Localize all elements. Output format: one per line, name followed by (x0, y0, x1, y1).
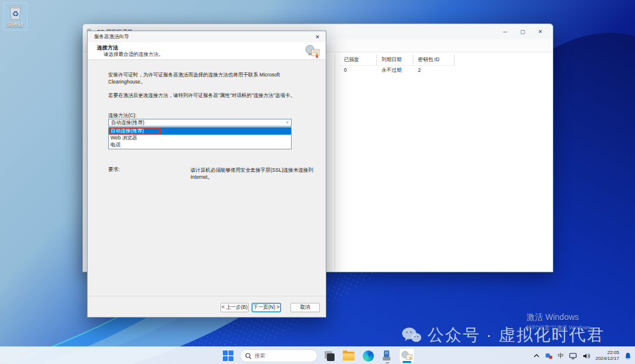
taskbar-search[interactable] (240, 349, 317, 362)
recycle-bin-icon: ♻ (8, 4, 23, 21)
rd-licensing-taskbar-button[interactable] (399, 348, 415, 363)
next-button[interactable]: 下一页(N) > (252, 303, 281, 312)
maximize-icon[interactable]: ▢ (514, 25, 532, 38)
branding-watermark: 公众号 · 虚拟化时代君 (402, 324, 604, 346)
rd-licensing-icon (401, 350, 413, 361)
ime-indicator[interactable]: 中 (558, 352, 564, 360)
active-indicator (403, 361, 412, 363)
task-view-icon (323, 349, 336, 362)
wizard-title: 服务器激活向导 (94, 34, 129, 41)
running-indicator (386, 362, 389, 364)
back-button[interactable]: < 上一步(B) (220, 303, 249, 312)
wechat-icon (402, 326, 422, 344)
notification-bell-icon[interactable] (624, 352, 631, 360)
branding-text: 公众号 · 虚拟化时代君 (427, 324, 604, 346)
search-icon (245, 353, 252, 359)
wizard-titlebar[interactable]: 服务器激活向导 ✕ (88, 31, 326, 42)
edge-icon (363, 350, 374, 362)
license-list-header[interactable]: 已颁发 到期日期 密钥包 ID (339, 55, 454, 66)
server-manager-button[interactable] (380, 348, 395, 363)
minimize-icon[interactable]: ─ (496, 25, 514, 38)
close-icon[interactable]: ✕ (532, 25, 549, 38)
license-list-row[interactable]: 0 永不过期 2 (339, 65, 454, 76)
option-telephone[interactable]: 电话 (109, 142, 291, 149)
volume-icon[interactable] (583, 353, 590, 359)
desktop-icon-recycle-bin[interactable]: ♻ 回收站 (3, 2, 28, 31)
wizard-certificate-icon (305, 44, 321, 59)
chevron-down-icon: ˅ (286, 121, 289, 125)
network-icon[interactable] (569, 353, 577, 359)
taskbar: 中 22:05 2024/12/17 (0, 346, 635, 364)
activate-line1: 激活 Windows (527, 312, 596, 323)
tray-clock[interactable]: 22:05 2024/12/17 (596, 350, 619, 362)
search-input[interactable] (255, 353, 308, 359)
wizard-paragraph-2: 若要在激活后更改连接方法，请转到许可证服务器"属性"对话框的"连接方法"选项卡。 (108, 92, 306, 99)
wizard-header: 连接方法 请选择最合适的连接方法。 (88, 42, 326, 60)
option-web-browser[interactable]: Web 浏览器 (109, 135, 291, 142)
server-icon (382, 350, 393, 361)
requirement-label: 要求: (108, 166, 119, 173)
column-issued[interactable]: 已颁发 (339, 55, 377, 65)
tray-status-icon[interactable] (545, 352, 553, 359)
file-explorer-icon (343, 352, 355, 360)
start-button[interactable] (220, 348, 236, 363)
svg-text:♻: ♻ (12, 9, 19, 18)
column-keypack-id[interactable]: 密钥包 ID (413, 55, 454, 65)
desktop: ♻ 回收站 RD 授权管理器 ─ ▢ ✕ 已颁发 到期日期 密钥包 ID (0, 0, 635, 364)
recycle-bin-label: 回收站 (8, 21, 24, 29)
connection-method-dropdown-list: 自动连接(推荐) Web 浏览器 电话 (108, 127, 292, 149)
cancel-button[interactable]: 取消 (290, 303, 320, 312)
column-expiry[interactable]: 到期日期 (377, 55, 413, 65)
connection-method-combobox[interactable]: 自动连接(推荐) ˅ (108, 119, 292, 126)
option-auto-connect[interactable]: 自动连接(推荐) (109, 128, 291, 135)
task-view-button[interactable] (322, 348, 337, 363)
cell-issued: 0 (339, 65, 377, 76)
combobox-value: 自动连接(推荐) (111, 119, 145, 126)
tree-list-divider (335, 54, 335, 271)
wizard-close-icon[interactable]: ✕ (313, 33, 322, 41)
cell-expiry: 永不过期 (377, 65, 413, 76)
windows-logo-icon (223, 350, 233, 361)
tray-date: 2024/12/17 (596, 356, 619, 362)
server-activation-wizard-dialog: 服务器激活向导 ✕ 连接方法 请选择最合适的连接方法。 安装许可证时，为许可证服… (87, 31, 326, 318)
wizard-footer: < 上一步(B) 下一页(N) > 取消 (88, 296, 326, 317)
cell-keypack-id: 2 (413, 65, 454, 76)
edge-button[interactable] (360, 348, 376, 363)
wizard-paragraph-1: 安装许可证时，为许可证服务器激活而选择的连接方法也将用于联系 Microsoft… (108, 71, 306, 86)
wizard-subheading: 请选择最合适的连接方法。 (103, 51, 163, 58)
requirement-text: 该计算机必须能够使用安全套接字层(SSL)连接来连接到 Internet。 (190, 166, 329, 181)
tray-time: 22:05 (596, 350, 619, 356)
file-explorer-button[interactable] (341, 348, 356, 363)
tray-chevron-up-icon[interactable] (533, 353, 540, 358)
